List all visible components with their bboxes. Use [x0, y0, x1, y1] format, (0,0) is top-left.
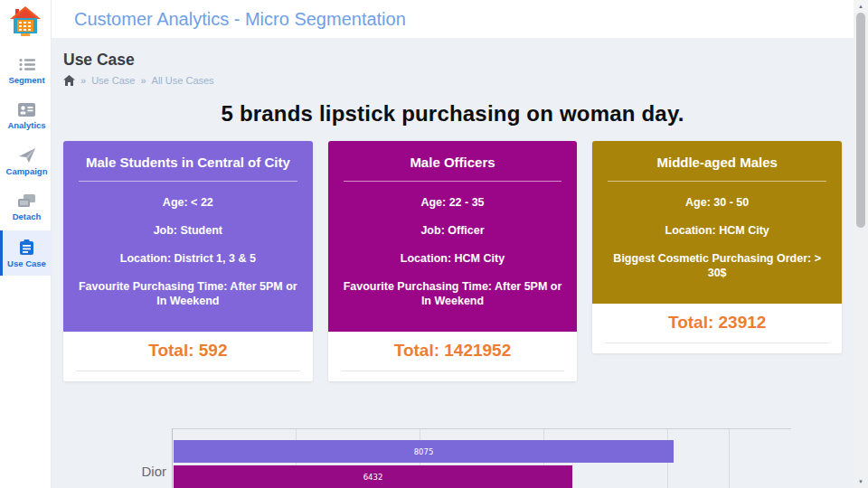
id-card-icon [18, 103, 35, 117]
vertical-scrollbar[interactable]: ▲ ▼ [854, 0, 868, 488]
card-attribute: Favourite Purchasing Time: After 5PM or … [72, 279, 304, 308]
breadcrumb-separator: » [80, 75, 86, 86]
card-body: Middle-aged Males Age: 30 - 50 Location:… [592, 141, 842, 304]
use-case-title: 5 brands lipstick purchasing on woman da… [63, 101, 842, 127]
chart-plot-area: 80756432 [172, 428, 791, 488]
card-attribute: Job: Officer [337, 223, 569, 238]
card-attribute: Favourite Purchasing Time: After 5PM or … [337, 279, 569, 308]
main-area: Customer Analytics - Micro Segmentation … [52, 0, 854, 488]
sidebar-item-label: Campaign [6, 166, 48, 176]
card-body: Male Officers Age: 22 - 35 Job: Officer … [328, 141, 578, 332]
scrollbar-thumb[interactable] [856, 13, 865, 228]
sidebar-item-label: Analytics [7, 120, 45, 130]
sidebar-item-label: Detach [13, 211, 42, 221]
content-area: Use Case » Use Case » All Use Cases 5 br… [52, 38, 854, 488]
bar-value-label: 6432 [363, 473, 383, 482]
card-footer: Total: 23912 [592, 304, 842, 353]
app-logo[interactable] [8, 0, 42, 49]
breadcrumb-separator: » [140, 75, 146, 86]
card-attribute: Age: 30 - 50 [601, 195, 833, 210]
card-footer: Total: 592 [63, 332, 313, 381]
card-title: Male Officers [344, 154, 562, 182]
card-body: Male Students in Central of City Age: < … [63, 141, 313, 332]
sidebar-item-label: Use Case [7, 258, 46, 268]
card-attribute: Location: HCM City [337, 251, 569, 266]
divider [605, 343, 829, 348]
card-attribute: Location: HCM City [601, 223, 833, 238]
card-title: Male Students in Central of City [79, 154, 297, 182]
sidebar-item-label: Segment [8, 75, 44, 85]
divider [76, 371, 300, 376]
card-attribute: Location: District 1, 3 & 5 [72, 251, 304, 266]
sidebar-item-analytics[interactable]: Analytics [0, 94, 52, 137]
page-heading: Use Case [63, 51, 842, 70]
divider [341, 371, 565, 376]
card-total: Total: 23912 [603, 313, 831, 333]
sidebar-item-detach[interactable]: Detach [0, 185, 52, 229]
card-attribute: Biggest Cosmetic Purchasing Order: > 30$ [601, 251, 833, 280]
house-logo-icon [8, 5, 42, 38]
home-icon[interactable] [63, 75, 75, 86]
top-header: Customer Analytics - Micro Segmentation [52, 0, 854, 38]
paper-plane-icon [19, 148, 35, 163]
breadcrumb-use-case[interactable]: Use Case [91, 75, 135, 86]
sidebar-item-segment[interactable]: Segment [0, 49, 52, 92]
card-total: Total: 592 [74, 341, 302, 361]
segment-card-male-officers: Male Officers Age: 22 - 35 Job: Officer … [328, 141, 578, 381]
card-footer: Total: 1421952 [328, 332, 578, 381]
scroll-down-button[interactable]: ▼ [854, 475, 868, 488]
sidebar-item-campaign[interactable]: Campaign [0, 139, 52, 183]
card-total: Total: 1421952 [339, 341, 567, 361]
sidebar-item-use-case[interactable]: Use Case [0, 230, 52, 276]
chart-category-label: Dior [141, 464, 166, 479]
scroll-up-button[interactable]: ▲ [854, 0, 868, 13]
segment-cards-row: Male Students in Central of City Age: < … [63, 141, 842, 381]
card-title: Middle-aged Males [608, 154, 826, 182]
brand-bar-chart: Dior 80756432 [172, 428, 791, 488]
chart-bar-series-1: 8075 [174, 440, 674, 463]
breadcrumb: » Use Case » All Use Cases [63, 75, 842, 86]
app-window: Segment Analytics Campaign [0, 0, 868, 488]
list-icon [19, 58, 35, 71]
segment-card-middle-aged-males: Middle-aged Males Age: 30 - 50 Location:… [592, 141, 842, 353]
app-title: Customer Analytics - Micro Segmentation [74, 9, 406, 30]
breadcrumb-all-use-cases[interactable]: All Use Cases [152, 75, 214, 86]
card-attribute: Age: 22 - 35 [337, 195, 569, 210]
sidebar: Segment Analytics Campaign [0, 0, 52, 488]
card-attribute: Age: < 22 [72, 195, 304, 210]
detach-icon [18, 194, 35, 208]
chart-bar-series-2: 6432 [174, 465, 572, 488]
card-attribute: Job: Student [72, 223, 304, 238]
bar-value-label: 8075 [414, 447, 434, 456]
segment-card-male-students: Male Students in Central of City Age: < … [63, 141, 313, 381]
clipboard-icon [20, 239, 33, 255]
